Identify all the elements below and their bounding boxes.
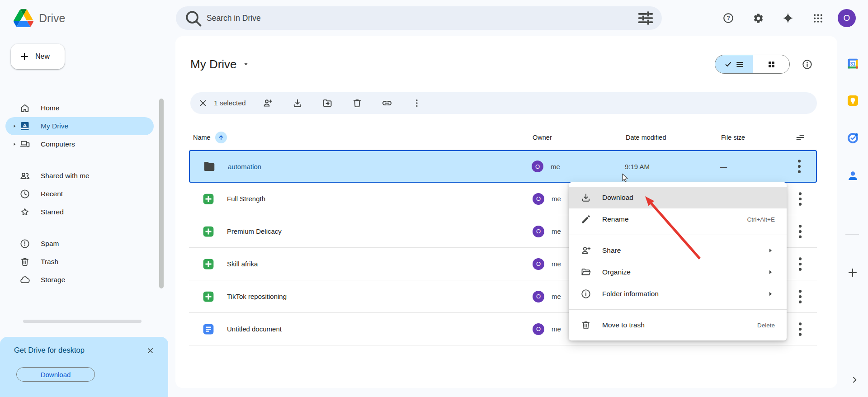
- chevron-spacer: [11, 172, 19, 180]
- selection-toolbar: 1 selected: [190, 92, 817, 114]
- row-more-actions-icon[interactable]: [789, 156, 809, 176]
- document-icon: [202, 322, 215, 336]
- menu-shortcut: Delete: [757, 322, 775, 329]
- grid-view-toggle[interactable]: [753, 55, 789, 73]
- menu-divider: [569, 235, 787, 235]
- drive-icon: [19, 121, 30, 132]
- download-icon[interactable]: [288, 93, 307, 113]
- folder-icon: [203, 160, 216, 173]
- expand-chevron-icon[interactable]: [11, 140, 19, 148]
- chevron-down-icon: [243, 61, 249, 67]
- show-side-panel-chevron-icon[interactable]: [844, 370, 864, 390]
- nav-section-gap: [5, 153, 159, 167]
- plus-icon: [19, 51, 30, 62]
- row-more-actions-icon[interactable]: [790, 189, 810, 209]
- keep-app-icon[interactable]: [843, 90, 863, 110]
- expand-chevron-icon[interactable]: [11, 122, 19, 130]
- new-button[interactable]: New: [11, 44, 65, 69]
- spreadsheet-icon: [202, 225, 215, 238]
- app-title: Drive: [39, 12, 65, 25]
- file-row-automation[interactable]: automationOme9:19 AM—: [189, 150, 817, 183]
- menu-item-folder-information[interactable]: Folder information: [569, 283, 787, 305]
- list-view-toggle[interactable]: [715, 55, 753, 73]
- more-actions-icon[interactable]: [407, 93, 427, 113]
- menu-item-organize[interactable]: Organize: [569, 261, 787, 283]
- selection-actions: [258, 93, 427, 113]
- gemini-spark-icon[interactable]: [778, 8, 798, 28]
- sidebar-item-label: Spam: [41, 240, 59, 248]
- menu-item-right: [766, 246, 775, 255]
- rail-divider: [845, 234, 859, 235]
- get-addons-plus-icon[interactable]: [843, 263, 863, 283]
- chevron-spacer: [11, 208, 19, 216]
- row-more-actions-icon[interactable]: [790, 254, 810, 274]
- owner-avatar: O: [533, 193, 544, 205]
- sidebar-item-computers[interactable]: Computers: [5, 135, 154, 153]
- settings-gear-icon[interactable]: [748, 8, 768, 28]
- sort-ascending-icon[interactable]: [215, 132, 227, 143]
- sidebar-item-label: Storage: [41, 276, 65, 284]
- page-title: My Drive: [190, 57, 237, 71]
- menu-item-rename[interactable]: RenameCtrl+Alt+E: [569, 208, 787, 230]
- submenu-arrow-icon: [766, 246, 775, 255]
- google-apps-grid-icon[interactable]: [808, 8, 828, 28]
- chevron-spacer: [11, 258, 19, 266]
- help-button[interactable]: ?: [718, 8, 738, 28]
- search-icon[interactable]: [183, 8, 203, 28]
- clock-icon: [19, 189, 30, 199]
- search-options-icon[interactable]: [636, 8, 656, 28]
- promo-download-button[interactable]: Download: [16, 367, 95, 382]
- sidebar-item-my-drive[interactable]: My Drive: [5, 117, 154, 135]
- menu-item-right: Delete: [757, 322, 775, 329]
- sidebar-item-home[interactable]: Home: [5, 99, 154, 117]
- copy-link-icon[interactable]: [377, 93, 397, 113]
- trash-icon[interactable]: [347, 93, 367, 113]
- topbar-actions: ? O: [718, 4, 856, 33]
- move-to-folder-icon[interactable]: [317, 93, 337, 113]
- tasks-app-icon[interactable]: [843, 128, 863, 148]
- share-person-add-icon[interactable]: [258, 93, 278, 113]
- account-avatar[interactable]: O: [838, 9, 856, 27]
- sidebar-item-starred[interactable]: Starred: [5, 203, 154, 221]
- computers-icon: [19, 139, 30, 150]
- calendar-app-icon[interactable]: 31: [843, 53, 863, 73]
- owner-avatar: O: [533, 258, 544, 270]
- sidebar-item-trash[interactable]: Trash: [5, 253, 154, 271]
- owner-name: me: [552, 227, 561, 235]
- spreadsheet-icon: [202, 192, 215, 206]
- column-date-modified[interactable]: Date modified: [626, 134, 721, 141]
- sidebar-scrollbar[interactable]: [159, 99, 164, 288]
- sidebar-item-label: Home: [41, 104, 59, 112]
- spreadsheet-icon: [202, 257, 215, 271]
- nav-section-gap: [5, 221, 159, 235]
- sidebar-item-recent[interactable]: Recent: [5, 185, 154, 203]
- sidebar-item-label: Computers: [41, 140, 75, 148]
- row-more-actions-icon[interactable]: [790, 222, 810, 241]
- promo-close-icon[interactable]: [143, 343, 157, 358]
- drive-brand[interactable]: Drive: [14, 0, 65, 36]
- search-input[interactable]: [203, 14, 636, 23]
- row-more-actions-icon[interactable]: [790, 319, 810, 339]
- contacts-app-icon[interactable]: [843, 165, 863, 185]
- row-more-actions-icon[interactable]: [790, 287, 810, 307]
- column-owner[interactable]: Owner: [533, 134, 552, 141]
- menu-item-move-to-trash[interactable]: Move to trashDelete: [569, 314, 787, 336]
- clear-selection-icon[interactable]: [193, 93, 213, 113]
- menu-shortcut: Ctrl+Alt+E: [747, 216, 775, 223]
- menu-item-label: Move to trash: [602, 321, 645, 329]
- view-density-icon[interactable]: [790, 128, 810, 147]
- page-title-dropdown[interactable]: My Drive: [190, 57, 249, 71]
- menu-item-share[interactable]: Share: [569, 240, 787, 261]
- file-name: Skill afrika: [227, 260, 258, 268]
- details-info-icon[interactable]: [797, 54, 817, 74]
- sidebar-item-spam[interactable]: Spam: [5, 235, 154, 253]
- home-icon: [19, 103, 30, 113]
- owner-name: me: [552, 293, 561, 300]
- column-file-size[interactable]: File size: [721, 134, 783, 141]
- menu-item-download[interactable]: Download: [569, 187, 787, 208]
- sidebar-item-shared-with-me[interactable]: Shared with me: [5, 167, 154, 185]
- sidebar-item-storage[interactable]: Storage: [5, 271, 154, 289]
- sidebar-item-label: Starred: [41, 208, 64, 216]
- menu-divider: [569, 309, 787, 310]
- column-name[interactable]: Name: [193, 134, 211, 141]
